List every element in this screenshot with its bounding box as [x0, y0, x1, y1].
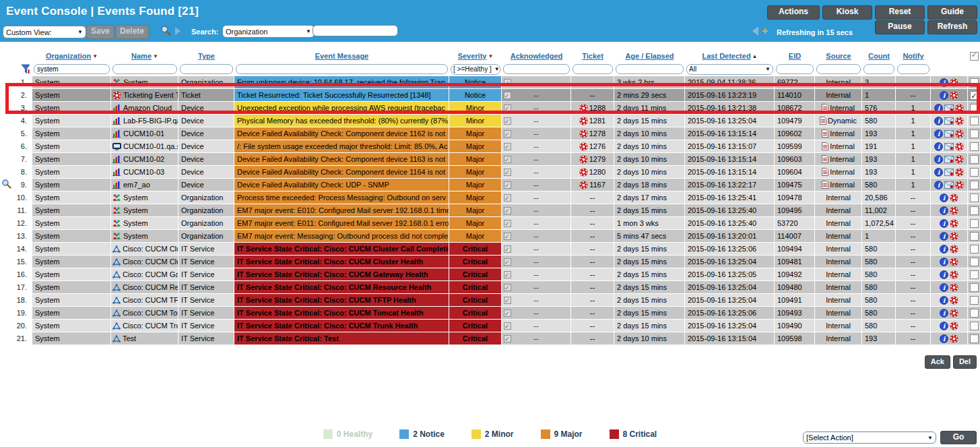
cell-acknowledged[interactable]: -- — [502, 179, 571, 191]
cell-organization[interactable]: System — [32, 320, 111, 332]
lifering-icon[interactable] — [579, 181, 588, 189]
cell-ticket[interactable]: -- — [571, 332, 614, 345]
lifering-icon[interactable] — [955, 155, 964, 164]
go-button[interactable]: Go — [940, 431, 977, 444]
kiosk-button[interactable]: Kiosk — [822, 5, 872, 20]
cell-event-message[interactable]: Device Failed Availability Check: Compon… — [234, 166, 449, 179]
select-all-checkbox[interactable] — [970, 52, 979, 61]
filter-count-input[interactable] — [863, 64, 894, 74]
cell-name[interactable]: System — [111, 191, 178, 204]
cell-event-message[interactable]: Unexpected exception while processing AW… — [234, 102, 449, 115]
cell-name[interactable]: Ticketing Event T — [111, 89, 178, 102]
envelope-icon[interactable] — [944, 130, 954, 138]
column-header-link[interactable]: Severity — [458, 52, 487, 60]
cell-acknowledged[interactable]: -- — [502, 320, 571, 332]
cell-event-message[interactable]: IT Service State Critical: Cisco: CUCM R… — [234, 281, 449, 294]
cell-acknowledged[interactable]: -- — [502, 294, 571, 307]
row-checkbox[interactable] — [970, 270, 979, 279]
event-row-9[interactable]: 9.Systemem7_aoDeviceDevice Failed Availa… — [0, 179, 980, 191]
row-checkbox[interactable] — [970, 245, 979, 254]
info-icon[interactable]: i — [934, 117, 943, 125]
cell-name[interactable]: Lab-F5-BIG-IP.qa — [111, 115, 178, 127]
search-input[interactable] — [313, 25, 398, 36]
cell-ticket[interactable]: -- — [571, 307, 614, 320]
cell-name[interactable]: Cisco: CUCM TF — [111, 294, 178, 307]
cell-event-message[interactable]: EM7 major event: Messaging: Outbound pro… — [234, 230, 449, 243]
row-checkbox[interactable] — [970, 258, 979, 266]
info-icon[interactable]: i — [940, 270, 948, 279]
info-icon[interactable]: i — [940, 334, 948, 343]
lifering-icon[interactable] — [955, 181, 964, 189]
event-row-7[interactable]: 7.SystemCUCM10-02DeviceDevice Failed Ava… — [0, 153, 980, 166]
row-view-magnifier-icon[interactable] — [1, 179, 11, 189]
column-header-link[interactable]: Name — [131, 52, 152, 60]
cell-acknowledged[interactable]: -- — [502, 102, 571, 115]
lifering-icon[interactable] — [955, 129, 964, 138]
cell-name[interactable]: Cisco: CUCM Clu — [111, 256, 178, 268]
cell-name[interactable]: Amazon Cloud — [111, 102, 178, 115]
cell-ticket[interactable]: -- — [571, 281, 614, 294]
info-icon[interactable]: i — [934, 155, 943, 164]
cell-event-message[interactable]: IT Service State Critical: Cisco: CUCM C… — [234, 243, 449, 256]
cell-event-message[interactable]: IT Service State Critical: Cisco: CUCM T… — [234, 294, 449, 307]
info-icon[interactable]: i — [940, 78, 948, 87]
filter-last-detected-select[interactable]: All ▼ — [686, 64, 773, 75]
cell-organization[interactable]: System — [32, 307, 111, 320]
cell-acknowledged[interactable]: -- — [502, 204, 571, 217]
row-checkbox[interactable] — [970, 334, 979, 343]
cell-organization[interactable]: System — [32, 153, 111, 166]
info-icon[interactable]: i — [940, 232, 948, 241]
lifering-icon[interactable] — [955, 104, 964, 113]
cell-organization[interactable]: System — [32, 332, 111, 345]
cell-organization[interactable]: System — [32, 281, 111, 294]
cell-name[interactable]: CUCM10-03 — [111, 166, 178, 179]
filter-funnel-icon[interactable] — [21, 64, 31, 74]
collapse-arrow-icon[interactable] — [752, 26, 758, 36]
lifering-icon[interactable] — [950, 283, 958, 292]
cell-ticket[interactable]: 1279 — [571, 153, 614, 166]
cell-name[interactable]: System — [111, 230, 178, 243]
event-row-4[interactable]: 4.SystemLab-F5-BIG-IP.qaDevicePhysical M… — [0, 115, 980, 127]
cell-ticket[interactable]: 1167 — [571, 179, 614, 191]
cell-ticket[interactable]: 1276 — [571, 140, 614, 153]
cell-name[interactable]: System — [111, 76, 178, 89]
save-button[interactable]: Save — [86, 25, 115, 39]
filter-acknowledged-input[interactable] — [503, 64, 570, 74]
cell-organization[interactable]: System — [32, 179, 111, 191]
search-icon[interactable] — [160, 25, 171, 36]
cell-acknowledged[interactable]: -- — [502, 76, 571, 89]
custom-view-select[interactable]: Custom View: ▼ — [3, 26, 86, 38]
cell-name[interactable]: Cisco: CUCM Re — [111, 281, 178, 294]
cell-organization[interactable]: System — [32, 230, 111, 243]
event-row-21[interactable]: 21.SystemTestIT ServiceIT Service State … — [0, 332, 980, 345]
cell-organization[interactable]: System — [32, 217, 111, 230]
cell-acknowledged[interactable]: -- — [502, 166, 571, 179]
cell-acknowledged[interactable]: -- — [502, 127, 571, 140]
lifering-icon[interactable] — [950, 322, 958, 330]
envelope-icon[interactable] — [944, 143, 954, 150]
lifering-icon[interactable] — [955, 142, 964, 151]
event-row-15[interactable]: 15.SystemCisco: CUCM CluIT ServiceIT Ser… — [0, 256, 980, 268]
envelope-icon[interactable] — [944, 156, 954, 163]
cell-acknowledged[interactable]: -- — [502, 268, 571, 281]
cell-acknowledged[interactable]: -- — [502, 140, 571, 153]
cell-name[interactable]: Cisco: CUCM Tru — [111, 320, 178, 332]
lifering-icon[interactable] — [579, 142, 588, 151]
lifering-icon[interactable] — [950, 245, 958, 254]
cell-event-message[interactable]: Device Failed Availability Check: Compon… — [234, 127, 449, 140]
cell-name[interactable]: CUCM10-01 — [111, 127, 178, 140]
info-icon[interactable]: i — [934, 129, 943, 138]
info-icon[interactable]: i — [934, 181, 943, 189]
cell-event-message[interactable]: EM7 major event: E010: Configured Mail s… — [234, 204, 449, 217]
row-checkbox[interactable] — [970, 322, 979, 330]
filter-age-input[interactable] — [616, 64, 684, 74]
row-checkbox[interactable] — [970, 91, 979, 100]
column-header-link[interactable]: Notify — [903, 52, 923, 60]
cell-acknowledged[interactable]: -- — [502, 191, 571, 204]
cell-organization[interactable]: System — [32, 76, 111, 89]
cell-organization[interactable]: System — [32, 204, 111, 217]
cell-ticket[interactable]: -- — [571, 204, 614, 217]
event-row-11[interactable]: 11.SystemSystemOrganizationEM7 major eve… — [0, 204, 980, 217]
envelope-icon[interactable] — [944, 169, 954, 176]
cell-name[interactable]: CUCM10-02 — [111, 153, 178, 166]
